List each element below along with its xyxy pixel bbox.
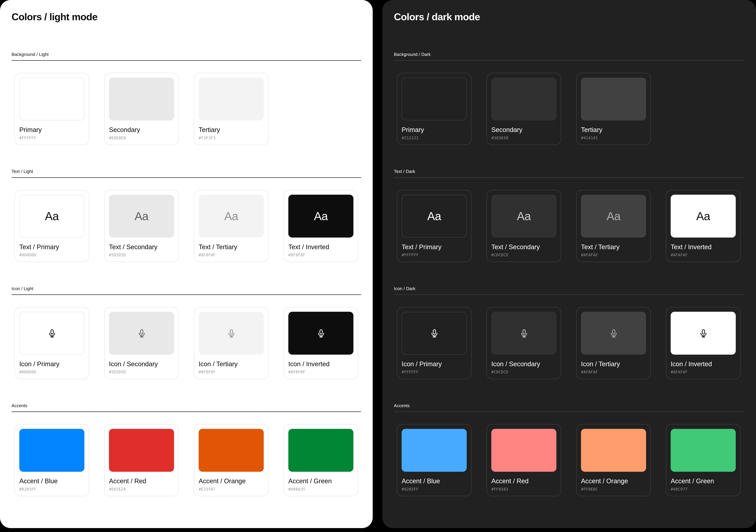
color-label: Text / Tertiary [581,243,646,251]
color-hex: #8F8F8F [288,370,353,375]
color-swatch [491,78,556,120]
color-swatch [671,429,736,472]
color-swatch [199,312,264,354]
color-swatch: Aa [19,195,84,238]
color-card: Icon / Primary #FFFFFF [397,307,472,379]
color-card: Accent / Orange #E25507 [194,424,269,496]
color-label: Tertiary [581,126,646,134]
color-card: Accent / Orange #FF9E6C [576,424,651,496]
color-card: Accent / Green #40C977 [666,424,741,496]
color-label: Text / Secondary [109,243,174,251]
color-swatch [19,312,84,354]
color-swatch: Aa [581,195,646,238]
color-section: Icon / Dark Icon / Primary #FFFFFF Icon [394,286,744,379]
text-sample: Aa [517,210,531,222]
color-swatch: Aa [199,195,264,238]
color-hex: #0D0D0D [19,370,84,375]
color-hex: #40C977 [671,487,736,492]
color-hex: #E8E8E8 [109,136,174,140]
color-label: Text / Inverted [671,243,736,251]
microphone-icon [137,328,146,338]
color-card: Aa Text / Primary #FFFFFF [397,190,472,262]
color-hex: #AFAFAF [581,253,646,258]
color-label: Icon / Tertiary [581,360,646,368]
color-label: Text / Tertiary [199,243,264,251]
cards-row: Primary #FFFFFF Secondary #E8E8E8 Te [12,73,361,145]
microphone-icon [608,328,618,338]
page-title: Colors / light mode [12,11,361,23]
color-label: Icon / Inverted [671,360,736,368]
section-header: Icon / Light [12,286,361,295]
color-card: Tertiary #414141 [576,73,651,145]
color-card: Aa Text / Inverted #8F8F8F [284,190,358,262]
color-label: Icon / Primary [402,360,467,368]
color-hex: #CDCDCD [491,253,556,258]
color-hex: #8F8F8F [199,253,264,258]
text-sample: Aa [427,210,441,222]
color-card: Primary #212121 [397,73,472,145]
color-card: Aa Text / Secondary #5D5D5D [104,190,179,262]
color-swatch [402,78,467,120]
color-label: Icon / Primary [19,360,84,368]
color-card: Accent / Red #E02E2A [104,424,179,496]
color-hex: #5D5D5D [109,370,174,375]
color-hex: #5D5D5D [109,253,174,258]
text-sample: Aa [135,210,148,222]
color-swatch [109,312,174,354]
color-swatch [199,429,264,472]
color-swatch [671,312,736,354]
color-hex: #FFFFFF [19,136,84,140]
text-sample: Aa [224,210,238,222]
color-swatch [19,429,84,472]
section-header: Icon / Dark [394,286,744,295]
color-hex: #0285FF [402,487,467,492]
color-label: Icon / Secondary [491,360,556,368]
color-label: Secondary [109,126,174,134]
color-hex: #AFAFAF [671,370,736,375]
color-label: Primary [402,126,467,134]
color-card: Aa Text / Tertiary #AFAFAF [576,190,651,262]
color-hex: #E02E2A [109,487,174,492]
microphone-icon [519,328,529,338]
color-hex: #FFFFFF [402,370,467,375]
color-label: Secondary [491,126,556,134]
color-swatch [19,78,84,120]
color-swatch [199,78,264,120]
color-hex: #E25507 [199,487,264,492]
color-swatch [581,78,646,120]
color-hex: #008635 [288,487,353,492]
color-swatch [109,429,174,472]
sections-container: Background / Dark Primary #212121 Secon [394,52,744,496]
section-header: Accents [12,403,361,412]
cards-row: Aa Text / Primary #0D0D0D Aa Text / Seco… [12,190,361,262]
color-label: Icon / Secondary [109,360,174,368]
microphone-icon [227,328,236,338]
color-hex: #8F8F8F [199,370,264,375]
microphone-icon [47,328,57,338]
color-swatch: Aa [671,195,736,238]
color-label: Accent / Blue [19,477,84,485]
color-label: Accent / Blue [402,477,467,485]
color-label: Text / Inverted [288,243,353,251]
color-card: Accent / Blue #0285FF [397,424,472,496]
section-header: Background / Light [12,52,361,61]
color-label: Text / Primary [402,243,467,251]
section-header: Background / Dark [394,52,744,61]
cards-row: Icon / Primary #0D0D0D Icon / Secondary … [12,307,361,379]
color-label: Accent / Green [671,477,736,485]
color-section: Text / Dark Aa Text / Primary #FFFFFF Aa [394,169,744,262]
dark-mode-panel: Colors / dark mode Background / Dark Pri… [382,0,756,528]
color-card: Accent / Red #FF8583 [486,424,561,496]
color-label: Accent / Red [491,477,556,485]
text-sample: Aa [607,210,621,222]
color-swatch [288,312,353,354]
color-label: Accent / Green [288,477,353,485]
color-hex: #AFAFAF [581,370,646,375]
color-swatch [402,429,467,472]
section-header: Accents [394,403,744,412]
color-card: Icon / Tertiary #8F8F8F [194,307,269,379]
color-swatch [491,312,556,354]
color-card: Icon / Secondary #CDCDCD [486,307,561,379]
color-card: Secondary #E8E8E8 [104,73,179,145]
color-label: Icon / Inverted [288,360,353,368]
